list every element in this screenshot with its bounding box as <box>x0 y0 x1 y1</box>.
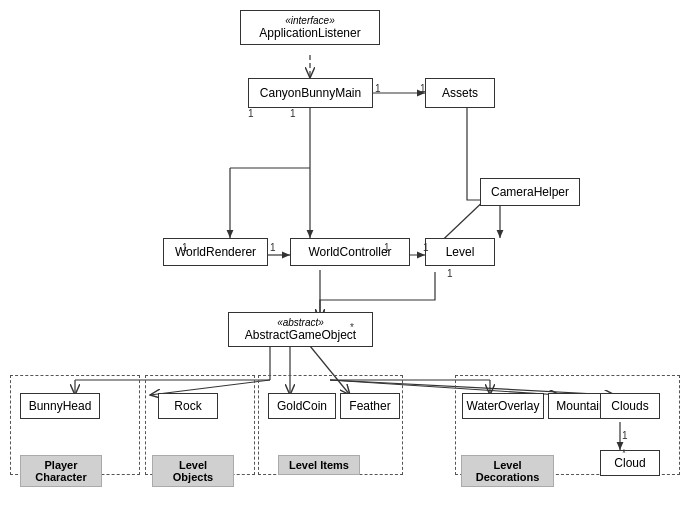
mult-cloud-star: * <box>622 448 626 459</box>
application-listener-box: «interface» ApplicationListener <box>240 10 380 45</box>
mult-cbm-assets: 1 <box>375 83 381 94</box>
clouds-name: Clouds <box>611 399 648 413</box>
rock-name: Rock <box>174 399 201 413</box>
cloud-name: Cloud <box>614 456 645 470</box>
mult-cbm-wr-1: 1 <box>248 108 254 119</box>
water-overlay-name: WaterOverlay <box>467 399 540 413</box>
feather-box: Feather <box>340 393 400 419</box>
level-decorations-label: Level Decorations <box>461 455 554 487</box>
world-controller-box: WorldController <box>290 238 410 266</box>
assets-box: Assets <box>425 78 495 108</box>
level-items-label: Level Items <box>278 455 360 475</box>
canyon-bunny-main-name: CanyonBunnyMain <box>260 86 361 100</box>
water-overlay-box: WaterOverlay <box>462 393 544 419</box>
clouds-box: Clouds <box>600 393 660 419</box>
camera-helper-box: CameraHelper <box>480 178 580 206</box>
world-renderer-box: WorldRenderer <box>163 238 268 266</box>
canyon-bunny-main-box: CanyonBunnyMain <box>248 78 373 108</box>
camera-helper-name: CameraHelper <box>491 185 569 199</box>
mult-cbm-wc-1: 1 <box>290 108 296 119</box>
cloud-box: Cloud <box>600 450 660 476</box>
mult-wc-right: 1 <box>384 242 390 253</box>
mult-level-bottom: 1 <box>447 268 453 279</box>
player-character-label: Player Character <box>20 455 102 487</box>
mult-clouds-1: 1 <box>622 430 628 441</box>
mult-level-1: 1 <box>423 242 429 253</box>
mult-wc-left: 1 <box>270 242 276 253</box>
world-controller-name: WorldController <box>308 245 391 259</box>
bunny-head-box: BunnyHead <box>20 393 100 419</box>
mult-assets-right: 1 <box>420 83 426 94</box>
mult-ago-star: * <box>350 322 354 333</box>
gold-coin-name: GoldCoin <box>277 399 327 413</box>
assets-name: Assets <box>442 86 478 100</box>
application-listener-name: ApplicationListener <box>247 26 373 40</box>
level-name: Level <box>446 245 475 259</box>
feather-name: Feather <box>349 399 390 413</box>
diagram: «interface» ApplicationListener CanyonBu… <box>0 0 694 514</box>
mult-wr-1: 1 <box>182 242 188 253</box>
abstract-game-object-name: AbstractGameObject <box>235 328 366 342</box>
gold-coin-box: GoldCoin <box>268 393 336 419</box>
bunny-head-name: BunnyHead <box>29 399 92 413</box>
rock-box: Rock <box>158 393 218 419</box>
level-box: Level <box>425 238 495 266</box>
application-listener-stereotype: «interface» <box>247 15 373 26</box>
abstract-game-object-stereotype: «abstract» <box>235 317 366 328</box>
level-objects-label: Level Objects <box>152 455 234 487</box>
